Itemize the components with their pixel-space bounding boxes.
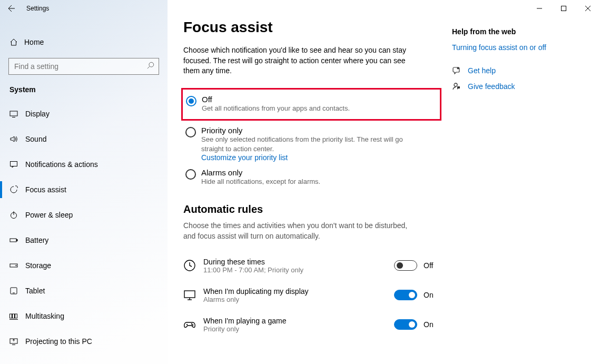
sidebar-item-focus-assist[interactable]: Focus assist [0, 177, 168, 202]
aside-heading: Help from the web [452, 27, 584, 36]
clock-icon [183, 259, 196, 272]
gamepad-icon [183, 318, 196, 331]
get-help-link[interactable]: Get help [468, 66, 496, 75]
sidebar-item-label: Sound [25, 135, 46, 143]
home-icon [9, 38, 24, 46]
sidebar-section-header: System [0, 75, 168, 97]
automatic-rules-heading: Automatic rules [183, 203, 441, 215]
radio-button-icon [186, 96, 196, 106]
sidebar-nav: Display Sound Notifications & actions Fo… [0, 101, 168, 354]
svg-rect-8 [11, 162, 17, 166]
focus-assist-icon [9, 185, 25, 194]
give-feedback-link[interactable]: Give feedback [468, 82, 515, 91]
rule-toggle-state: Off [424, 261, 433, 270]
sidebar-item-label: Projecting to this PC [25, 337, 92, 346]
radio-label: Alarms only [201, 168, 320, 177]
sidebar-home[interactable]: Home [0, 32, 168, 53]
svg-rect-11 [10, 239, 16, 242]
sound-icon [9, 135, 25, 143]
sidebar-item-projecting[interactable]: Projecting to this PC [0, 329, 168, 354]
battery-icon [9, 236, 25, 244]
automatic-rules-description: Choose the times and activities when you… [183, 221, 410, 241]
sidebar-item-notifications[interactable]: Notifications & actions [0, 152, 168, 177]
rule-duplicating-display[interactable]: When I'm duplicating my display Alarms o… [183, 280, 441, 310]
multitasking-icon [9, 312, 25, 320]
sidebar-item-power[interactable]: Power & sleep [0, 202, 168, 228]
sidebar-item-label: Multitasking [25, 312, 64, 320]
radio-option-alarms-only[interactable]: Alarms only Hide all notifications, exce… [183, 165, 441, 190]
svg-point-32 [454, 83, 457, 86]
svg-point-31 [457, 67, 459, 70]
power-icon [9, 211, 25, 219]
sidebar: Settings Home System Display Sound [0, 0, 168, 364]
sidebar-item-tablet[interactable]: Tablet [0, 278, 168, 303]
sidebar-item-label: Power & sleep [25, 211, 73, 219]
svg-rect-17 [10, 314, 12, 318]
svg-point-14 [16, 265, 16, 265]
get-help-row[interactable]: Get help [452, 66, 584, 75]
back-button[interactable] [0, 4, 21, 13]
radio-button-icon [185, 169, 196, 180]
rule-playing-game[interactable]: When I'm playing a game Priority only On [183, 310, 441, 339]
storage-icon [9, 261, 25, 270]
rule-toggle[interactable] [394, 319, 417, 330]
rule-during-times[interactable]: During these times 11:00 PM - 7:00 AM; P… [183, 251, 441, 280]
svg-rect-12 [17, 240, 18, 241]
window-title: Settings [21, 5, 49, 12]
sidebar-item-label: Display [25, 110, 50, 118]
radio-sublabel: Get all notifications from your apps and… [202, 104, 350, 113]
sidebar-item-label: Tablet [25, 287, 45, 295]
feedback-icon [452, 82, 461, 91]
radio-sublabel: See only selected notifications from the… [201, 135, 422, 153]
sidebar-item-label: Focus assist [25, 185, 66, 194]
sidebar-item-multitasking[interactable]: Multitasking [0, 303, 168, 329]
notifications-icon [9, 160, 25, 169]
rule-sub: Priority only [203, 325, 394, 333]
titlebar: Settings [0, 0, 168, 17]
tablet-icon [9, 287, 25, 295]
search-input[interactable] [9, 58, 159, 74]
sidebar-item-battery[interactable]: Battery [0, 228, 168, 253]
sidebar-item-label: Battery [25, 236, 48, 244]
rule-toggle[interactable] [394, 290, 417, 300]
customize-priority-link[interactable]: Customize your priority list [201, 153, 422, 162]
radio-option-off[interactable]: Off Get all notifications from your apps… [184, 92, 438, 116]
rule-sub: Alarms only [203, 296, 394, 303]
svg-rect-19 [15, 314, 17, 318]
monitor-icon [183, 289, 196, 301]
aside-help-link[interactable]: Turning focus assist on or off [452, 43, 584, 52]
sidebar-item-display[interactable]: Display [0, 101, 168, 126]
aside-panel: Help from the web Turning focus assist o… [452, 0, 594, 364]
radio-label: Off [202, 95, 350, 104]
rule-title: During these times [203, 258, 394, 266]
rule-sub: 11:00 PM - 7:00 AM; Priority only [203, 266, 394, 274]
svg-rect-6 [10, 111, 17, 116]
give-feedback-row[interactable]: Give feedback [452, 82, 584, 91]
display-icon [9, 110, 25, 118]
rule-title: When I'm playing a game [203, 317, 394, 325]
radio-option-priority-only[interactable]: Priority only See only selected notifica… [183, 123, 441, 165]
svg-point-4 [149, 62, 154, 67]
search-input-wrap[interactable] [8, 58, 159, 75]
rule-toggle-state: On [424, 320, 434, 329]
sidebar-item-label: Storage [25, 261, 51, 270]
radio-label: Priority only [201, 126, 422, 135]
projecting-icon [9, 337, 25, 346]
sidebar-home-label: Home [24, 38, 44, 46]
svg-point-30 [192, 325, 193, 326]
svg-point-29 [191, 324, 192, 324]
rule-title: When I'm duplicating my display [203, 287, 394, 296]
highlight-box-off-option: Off Get all notifications from your apps… [181, 88, 441, 121]
radio-sublabel: Hide all notifications, except for alarm… [201, 177, 320, 186]
svg-line-5 [147, 66, 150, 68]
sidebar-item-sound[interactable]: Sound [0, 126, 168, 152]
page-description: Choose which notification you'd like to … [183, 45, 410, 76]
rule-toggle[interactable] [394, 260, 417, 271]
rule-toggle-state: On [424, 291, 434, 299]
sidebar-item-storage[interactable]: Storage [0, 253, 168, 278]
page-title: Focus assist [183, 19, 441, 36]
search-icon [147, 62, 154, 71]
svg-rect-24 [184, 291, 195, 298]
get-help-icon [452, 66, 461, 75]
sidebar-item-label: Notifications & actions [25, 160, 98, 169]
